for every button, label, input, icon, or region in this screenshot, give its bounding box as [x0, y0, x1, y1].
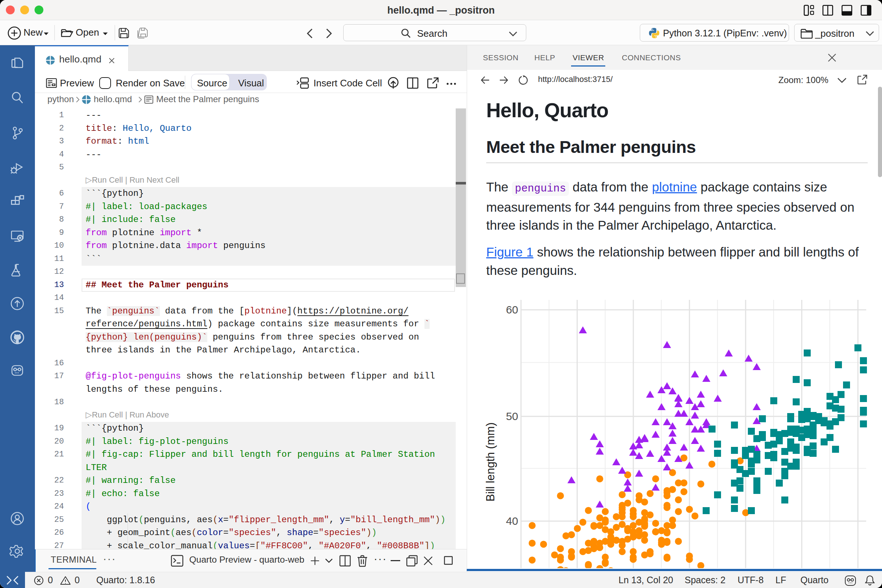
svg-text:40: 40 [506, 515, 518, 527]
svg-text:50: 50 [506, 410, 518, 422]
svg-text:60: 60 [506, 303, 518, 316]
svg-text:Bill length (mm): Bill length (mm) [486, 422, 497, 501]
